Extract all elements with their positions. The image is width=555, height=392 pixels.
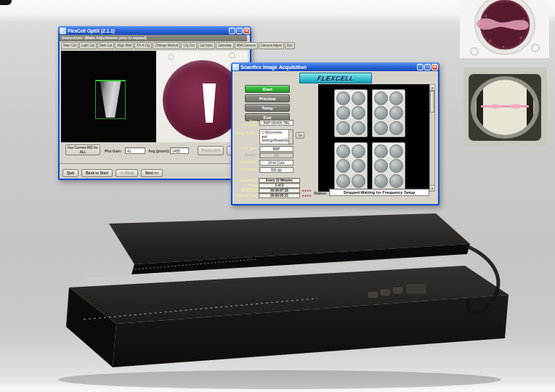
well-photo-dogbone	[460, 0, 549, 58]
well	[352, 159, 365, 173]
tab-fx-4-cfg[interactable]: FX-4 Cfg	[134, 42, 152, 49]
tissue-strip	[481, 105, 529, 107]
color-bw-input[interactable]: 24 bit Color	[259, 160, 293, 166]
plot-gain-label: Plot Gain:	[105, 149, 122, 153]
window2-titlebar[interactable]: Scanflex Image Acquisition _ □ ✕	[231, 62, 439, 71]
footer-button-back-to-start[interactable]: Back to Start	[81, 169, 113, 177]
well-photo-strip	[463, 68, 547, 146]
well	[374, 91, 388, 105]
folder-scrollbar[interactable]	[288, 130, 293, 144]
minimize-button[interactable]: _	[417, 64, 424, 70]
footer-button--back[interactable]: << Back	[116, 169, 138, 177]
plot-gain-input[interactable]: 41	[125, 147, 145, 154]
well-plate	[372, 89, 405, 137]
minimize-button[interactable]: _	[229, 28, 235, 34]
scans-complete-value: 1 of 2	[259, 183, 300, 188]
close-button[interactable]: ✕	[432, 64, 438, 70]
avg-label: Avg (pixels):	[148, 149, 170, 153]
preview-scrollbar[interactable]: ▲ ▼	[429, 84, 435, 192]
window1-title: FlexCell OptiX (2.1.1)	[68, 28, 115, 33]
window-flexcell-optix: FlexCell OptiX (2.1.1) _ □ ✕ Instruction…	[58, 26, 251, 180]
close-button[interactable]: ✕	[243, 28, 250, 34]
footer-button-next-[interactable]: Next >>	[141, 169, 163, 177]
well	[389, 91, 403, 105]
image-folder-listbox[interactable]: C:\Documents and Settings\Rowan\Desktop	[259, 129, 293, 144]
file-type-label: File Type:	[235, 147, 257, 150]
roi-image-panel	[61, 51, 156, 142]
well	[374, 159, 388, 173]
well	[389, 121, 403, 135]
scan-preview-panel	[318, 84, 429, 192]
tab-light-cal[interactable]: Light Cal	[79, 42, 97, 49]
well	[336, 121, 350, 135]
scrollbar-thumb[interactable]	[430, 91, 434, 113]
base-filename-label: Base Filename:	[235, 120, 257, 127]
well	[336, 159, 350, 173]
well	[352, 144, 365, 158]
well	[336, 106, 350, 120]
well	[389, 159, 403, 173]
tab-well-camera[interactable]: Well Camera	[235, 42, 258, 49]
tab-cal-input[interactable]: Cal Input	[198, 42, 215, 49]
well-plate	[334, 142, 368, 190]
plate-screw-hole	[168, 54, 174, 60]
tab-camera-adjust[interactable]: Camera Adjust	[259, 42, 285, 49]
image-folder-label: Image Folder:	[235, 131, 257, 135]
well	[352, 91, 365, 105]
well	[352, 121, 365, 135]
well	[336, 174, 350, 188]
tab-calculate[interactable]: Calculate	[216, 42, 234, 49]
tab-cfg-out[interactable]: Cfg Out	[181, 42, 197, 49]
scroll-down-icon[interactable]: ▼	[430, 185, 434, 191]
tab-align-well[interactable]: Align Well	[115, 42, 134, 49]
elapsed-time-label: Elapsed Time:	[234, 194, 258, 197]
avg-pixels-input[interactable]: 1455	[170, 147, 189, 154]
next-scan-value: 00:00:07:33	[259, 188, 300, 193]
well-plate	[334, 89, 368, 137]
frequency-value[interactable]: Every 10 Minutes	[259, 178, 300, 183]
scanner-shadow	[58, 370, 501, 389]
well	[374, 174, 388, 188]
tab-exit[interactable]: Exit	[285, 42, 295, 49]
status-label: Status:	[314, 191, 328, 195]
maximize-button[interactable]: □	[236, 28, 243, 34]
well	[389, 144, 403, 158]
footer-button-quit[interactable]: Quit	[62, 169, 78, 177]
preview-button[interactable]: Preview	[245, 94, 290, 102]
go-button[interactable]: Go	[296, 132, 304, 139]
flexcell-logo-text: FLEXCELL	[317, 75, 355, 82]
next-scan-label: Next Scan:	[234, 189, 258, 192]
well	[389, 174, 403, 188]
color-bw-label: Color/B&W:	[235, 160, 257, 164]
window1-footer: QuitBack to Start<< BackNext >>	[60, 163, 247, 176]
well	[336, 144, 350, 158]
window1-controls: Use Current ROI for ALL Plot Gain: 41 Av…	[60, 142, 247, 163]
temp-button[interactable]: Temp	[245, 104, 290, 112]
instruction-bar: Instructions: (Make Adjustments prior to…	[60, 35, 247, 41]
desktop-stage: FlexCell OptiX (2.1.1) _ □ ✕ Instruction…	[0, 0, 555, 392]
preview-well-button[interactable]: Preview Well	[198, 146, 224, 155]
base-filename-input[interactable]: BMP 090406 TBD	[259, 120, 293, 126]
elapsed-time-value: 00:00:05:21	[259, 193, 300, 198]
window1-tab-row: Main CtrlLight CalDark CalAlign WellFX-4…	[60, 41, 247, 50]
tab-dark-cal[interactable]: Dark Cal	[97, 42, 115, 49]
window1-titlebar[interactable]: FlexCell OptiX (2.1.1) _ □ ✕	[58, 26, 251, 35]
roi-selection-box[interactable]	[95, 80, 126, 119]
well-plate	[372, 142, 405, 190]
tab-main-ctrl[interactable]: Main Ctrl	[61, 42, 78, 49]
use-current-roi-button[interactable]: Use Current ROI for ALL	[65, 144, 100, 155]
file-type-input[interactable]: BMP	[259, 146, 293, 152]
well	[352, 106, 365, 120]
start-button[interactable]: Start	[245, 85, 290, 93]
maximize-button[interactable]: □	[424, 64, 431, 70]
app-icon	[60, 28, 66, 34]
window-scanflex-acquisition: Scanflex Image Acquisition _ □ ✕ FLEXCEL…	[231, 62, 439, 205]
tab-change-method[interactable]: Change Method	[153, 42, 180, 49]
well	[374, 144, 388, 158]
scroll-up-icon[interactable]: ▲	[430, 85, 434, 91]
well	[389, 106, 403, 120]
frequency-label: Frequency:	[234, 179, 258, 182]
status-value: Stopped-Waiting for Frequency Setup	[329, 189, 429, 196]
resolution-input[interactable]: 600 dpi	[259, 167, 293, 173]
membrane-grayscale-image	[97, 81, 123, 118]
